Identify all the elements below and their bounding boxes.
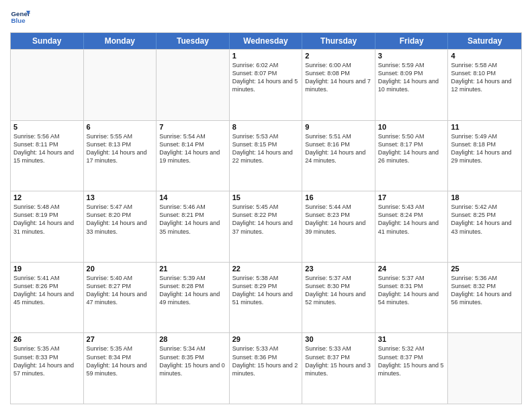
day-cell: 15Sunrise: 5:45 AM Sunset: 8:22 PM Dayli… [230, 191, 303, 262]
day-info: Sunrise: 5:49 AM Sunset: 8:18 PM Dayligh… [451, 132, 519, 165]
day-number: 29 [232, 335, 300, 343]
day-info: Sunrise: 5:58 AM Sunset: 8:10 PM Dayligh… [451, 61, 519, 94]
day-info: Sunrise: 5:45 AM Sunset: 8:22 PM Dayligh… [232, 203, 300, 236]
day-cell: 13Sunrise: 5:47 AM Sunset: 8:20 PM Dayli… [84, 191, 157, 262]
day-cell: 30Sunrise: 5:33 AM Sunset: 8:37 PM Dayli… [302, 333, 375, 404]
day-cell: 20Sunrise: 5:40 AM Sunset: 8:27 PM Dayli… [84, 263, 157, 333]
day-info: Sunrise: 5:59 AM Sunset: 8:09 PM Dayligh… [378, 61, 445, 94]
day-info: Sunrise: 5:36 AM Sunset: 8:32 PM Dayligh… [451, 274, 519, 307]
day-cell: 22Sunrise: 5:38 AM Sunset: 8:29 PM Dayli… [230, 263, 303, 333]
day-info: Sunrise: 5:33 AM Sunset: 8:37 PM Dayligh… [305, 345, 372, 377]
day-number: 16 [305, 193, 372, 201]
day-number: 8 [232, 123, 300, 131]
calendar: SundayMondayTuesdayWednesdayThursdayFrid… [10, 32, 522, 404]
day-number: 15 [232, 193, 300, 201]
day-cell: 11Sunrise: 5:49 AM Sunset: 8:18 PM Dayli… [448, 121, 521, 191]
day-number: 21 [159, 265, 226, 273]
day-number: 6 [87, 123, 154, 131]
day-number: 1 [232, 52, 300, 60]
day-info: Sunrise: 5:33 AM Sunset: 8:36 PM Dayligh… [232, 345, 300, 377]
calendar-week: 1Sunrise: 6:02 AM Sunset: 8:07 PM Daylig… [11, 49, 521, 120]
day-number: 10 [378, 123, 445, 131]
day-number: 22 [232, 265, 300, 273]
day-cell: 5Sunrise: 5:56 AM Sunset: 8:11 PM Daylig… [11, 121, 84, 191]
day-cell: 25Sunrise: 5:36 AM Sunset: 8:32 PM Dayli… [448, 263, 521, 333]
day-cell: 3Sunrise: 5:59 AM Sunset: 8:09 PM Daylig… [375, 50, 449, 120]
day-info: Sunrise: 5:44 AM Sunset: 8:23 PM Dayligh… [305, 203, 372, 236]
day-info: Sunrise: 5:56 AM Sunset: 8:11 PM Dayligh… [13, 132, 81, 165]
day-number: 7 [159, 123, 226, 131]
day-info: Sunrise: 5:32 AM Sunset: 8:37 PM Dayligh… [378, 345, 445, 377]
day-info: Sunrise: 5:50 AM Sunset: 8:17 PM Dayligh… [378, 132, 445, 165]
weekday-header: Thursday [302, 33, 375, 49]
svg-text:Blue: Blue [11, 17, 26, 24]
logo: General Blue [10, 7, 30, 27]
day-info: Sunrise: 5:47 AM Sunset: 8:20 PM Dayligh… [87, 203, 154, 236]
day-info: Sunrise: 5:39 AM Sunset: 8:28 PM Dayligh… [159, 274, 226, 307]
day-cell: 9Sunrise: 5:51 AM Sunset: 8:16 PM Daylig… [302, 121, 375, 191]
day-cell: 2Sunrise: 6:00 AM Sunset: 8:08 PM Daylig… [302, 50, 375, 120]
day-info: Sunrise: 5:53 AM Sunset: 8:15 PM Dayligh… [232, 132, 300, 165]
weekday-header: Sunday [11, 33, 84, 49]
day-cell: 24Sunrise: 5:37 AM Sunset: 8:31 PM Dayli… [375, 263, 449, 333]
day-number: 9 [305, 123, 372, 131]
day-cell: 12Sunrise: 5:48 AM Sunset: 8:19 PM Dayli… [11, 191, 84, 262]
empty-cell [84, 50, 157, 120]
calendar-week: 12Sunrise: 5:48 AM Sunset: 8:19 PM Dayli… [11, 191, 521, 262]
weekday-header: Tuesday [157, 33, 230, 49]
day-number: 2 [305, 52, 372, 60]
empty-cell [157, 50, 230, 120]
day-number: 28 [159, 335, 226, 343]
day-cell: 10Sunrise: 5:50 AM Sunset: 8:17 PM Dayli… [375, 121, 449, 191]
empty-cell [11, 50, 84, 120]
day-info: Sunrise: 5:48 AM Sunset: 8:19 PM Dayligh… [13, 203, 81, 236]
day-number: 30 [305, 335, 372, 343]
day-cell: 8Sunrise: 5:53 AM Sunset: 8:15 PM Daylig… [230, 121, 303, 191]
day-number: 12 [13, 193, 81, 201]
day-cell: 29Sunrise: 5:33 AM Sunset: 8:36 PM Dayli… [230, 333, 303, 404]
day-info: Sunrise: 5:37 AM Sunset: 8:31 PM Dayligh… [378, 274, 445, 307]
day-info: Sunrise: 5:35 AM Sunset: 8:33 PM Dayligh… [13, 345, 81, 377]
day-cell: 28Sunrise: 5:34 AM Sunset: 8:35 PM Dayli… [157, 333, 230, 404]
day-info: Sunrise: 5:54 AM Sunset: 8:14 PM Dayligh… [159, 132, 226, 165]
day-number: 14 [159, 193, 226, 201]
weekday-header: Monday [84, 33, 157, 49]
day-number: 19 [13, 265, 81, 273]
day-info: Sunrise: 5:37 AM Sunset: 8:30 PM Dayligh… [305, 274, 372, 307]
day-cell: 27Sunrise: 5:35 AM Sunset: 8:34 PM Dayli… [84, 333, 157, 404]
weekday-header: Wednesday [230, 33, 303, 49]
day-number: 24 [378, 265, 445, 273]
day-info: Sunrise: 6:02 AM Sunset: 8:07 PM Dayligh… [232, 61, 300, 94]
day-cell: 19Sunrise: 5:41 AM Sunset: 8:26 PM Dayli… [11, 263, 84, 333]
day-number: 25 [451, 265, 519, 273]
day-number: 11 [451, 123, 519, 131]
empty-cell [448, 333, 521, 404]
day-info: Sunrise: 5:51 AM Sunset: 8:16 PM Dayligh… [305, 132, 372, 165]
day-number: 3 [378, 52, 445, 60]
day-info: Sunrise: 5:55 AM Sunset: 8:13 PM Dayligh… [87, 132, 154, 165]
day-cell: 31Sunrise: 5:32 AM Sunset: 8:37 PM Dayli… [375, 333, 449, 404]
day-info: Sunrise: 5:38 AM Sunset: 8:29 PM Dayligh… [232, 274, 300, 307]
day-cell: 26Sunrise: 5:35 AM Sunset: 8:33 PM Dayli… [11, 333, 84, 404]
day-number: 20 [87, 265, 154, 273]
day-number: 23 [305, 265, 372, 273]
weekday-header: Friday [375, 33, 449, 49]
day-number: 31 [378, 335, 445, 343]
day-cell: 17Sunrise: 5:43 AM Sunset: 8:24 PM Dayli… [375, 191, 449, 262]
day-number: 17 [378, 193, 445, 201]
day-cell: 21Sunrise: 5:39 AM Sunset: 8:28 PM Dayli… [157, 263, 230, 333]
day-cell: 6Sunrise: 5:55 AM Sunset: 8:13 PM Daylig… [84, 121, 157, 191]
calendar-body: 1Sunrise: 6:02 AM Sunset: 8:07 PM Daylig… [11, 49, 521, 404]
day-info: Sunrise: 5:35 AM Sunset: 8:34 PM Dayligh… [87, 345, 154, 377]
logo-icon: General Blue [10, 7, 30, 27]
day-number: 26 [13, 335, 81, 343]
day-info: Sunrise: 6:00 AM Sunset: 8:08 PM Dayligh… [305, 61, 372, 94]
day-info: Sunrise: 5:42 AM Sunset: 8:25 PM Dayligh… [451, 203, 519, 236]
day-cell: 14Sunrise: 5:46 AM Sunset: 8:21 PM Dayli… [157, 191, 230, 262]
page: General Blue SundayMondayTuesdayWednesda… [0, 0, 532, 411]
day-cell: 7Sunrise: 5:54 AM Sunset: 8:14 PM Daylig… [157, 121, 230, 191]
day-info: Sunrise: 5:40 AM Sunset: 8:27 PM Dayligh… [87, 274, 154, 307]
day-number: 27 [87, 335, 154, 343]
day-number: 13 [87, 193, 154, 201]
day-cell: 1Sunrise: 6:02 AM Sunset: 8:07 PM Daylig… [230, 50, 303, 120]
